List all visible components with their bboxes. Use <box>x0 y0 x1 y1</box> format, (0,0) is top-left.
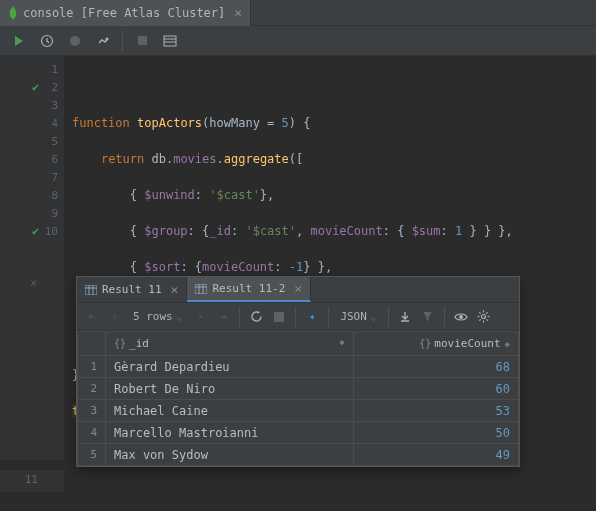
svg-rect-4 <box>164 36 176 46</box>
svg-line-23 <box>486 319 487 320</box>
code-line: { $sort: {movieCount: -1} }, <box>72 258 588 276</box>
mongodb-icon <box>8 6 18 20</box>
run-button[interactable] <box>6 29 32 53</box>
next-page-button[interactable]: › <box>189 306 211 328</box>
row-count-selector[interactable]: 5 rows⌄ <box>127 310 188 323</box>
table-row[interactable]: 3Michael Caine53 <box>78 400 519 422</box>
add-row-button[interactable]: ✦ <box>301 306 323 328</box>
result-tab-label: Result 11 <box>102 283 162 296</box>
svg-point-17 <box>482 315 486 319</box>
table-row[interactable]: 5Max von Sydow49 <box>78 444 519 466</box>
results-table: {}_id◆ {}movieCount◆ 1Gèrard Depardieu68… <box>77 331 519 466</box>
close-icon[interactable]: × <box>30 276 37 290</box>
table-row[interactable]: 2Robert De Niro60 <box>78 378 519 400</box>
table-row[interactable]: 1Gèrard Depardieu68 <box>78 356 519 378</box>
line-number: 3 <box>0 96 58 114</box>
gutter: 1 ✔2 3 4 5 6 7 8 9 ✔10 <box>0 56 64 460</box>
line-number: 9 <box>0 204 58 222</box>
separator <box>444 307 445 327</box>
svg-point-16 <box>459 315 463 319</box>
row-num-header[interactable] <box>78 332 106 356</box>
stop-button[interactable] <box>268 306 290 328</box>
result-tab[interactable]: Result 11 × <box>77 277 187 302</box>
first-page-button[interactable]: ⇤ <box>81 306 103 328</box>
code-line: { $group: {_id: '$cast', movieCount: { $… <box>72 222 588 240</box>
separator <box>388 307 389 327</box>
svg-rect-15 <box>274 312 284 322</box>
line-number: 8 <box>0 186 58 204</box>
code-line: function topActors(howMany = 5) { <box>72 114 588 132</box>
refresh-button[interactable] <box>245 306 267 328</box>
export-button[interactable] <box>394 306 416 328</box>
column-header-id[interactable]: {}_id◆ <box>106 332 354 356</box>
line-number: 4 <box>0 114 58 132</box>
line-number: 11 <box>0 470 64 488</box>
editor-tab-bar: console [Free Atlas Cluster] × <box>0 0 596 26</box>
stop-button[interactable] <box>129 29 155 53</box>
svg-rect-3 <box>138 36 147 45</box>
settings-button[interactable] <box>473 306 495 328</box>
separator <box>122 31 123 51</box>
column-header-count[interactable]: {}movieCount◆ <box>353 332 518 356</box>
svg-rect-7 <box>85 285 97 295</box>
svg-point-1 <box>70 36 80 46</box>
last-page-button[interactable]: ⇥ <box>212 306 234 328</box>
svg-rect-11 <box>195 284 207 294</box>
line-number: 1 <box>0 60 58 78</box>
result-tab-label: Result 11-2 <box>212 282 285 295</box>
close-icon[interactable]: × <box>171 282 179 297</box>
svg-line-24 <box>479 319 480 320</box>
separator <box>328 307 329 327</box>
svg-point-2 <box>106 37 109 40</box>
line-number: 7 <box>0 168 58 186</box>
separator <box>239 307 240 327</box>
line-number: 6 <box>0 150 58 168</box>
svg-line-25 <box>486 312 487 313</box>
results-body: 1Gèrard Depardieu68 2Robert De Niro60 3M… <box>78 356 519 466</box>
check-icon: ✔ <box>32 224 39 238</box>
results-panel: Result 11 × Result 11-2 × ⇤ ‹ 5 rows⌄ › … <box>76 276 520 467</box>
svg-line-22 <box>479 312 480 313</box>
results-toolbar: ⇤ ‹ 5 rows⌄ › ⇥ ✦ JSON⌄ <box>77 303 519 331</box>
line-number: ✔2 <box>0 78 58 96</box>
history-button[interactable] <box>34 29 60 53</box>
settings-button[interactable] <box>90 29 116 53</box>
gutter: 11 <box>0 470 64 492</box>
check-icon: ✔ <box>32 80 39 94</box>
line-number: ✔10 <box>0 222 58 240</box>
result-tab[interactable]: Result 11-2 × <box>187 277 311 302</box>
line-number: 5 <box>0 132 58 150</box>
preview-button[interactable] <box>450 306 472 328</box>
code-line <box>72 78 588 96</box>
code-line: return db.movies.aggregate([ <box>72 150 588 168</box>
close-icon[interactable]: × <box>234 5 242 20</box>
editor-toolbar <box>0 26 596 56</box>
close-icon[interactable]: × <box>294 281 302 296</box>
separator <box>295 307 296 327</box>
editor-tab[interactable]: console [Free Atlas Cluster] × <box>0 0 251 26</box>
table-row[interactable]: 4Marcello Mastroianni50 <box>78 422 519 444</box>
tab-title: console [Free Atlas Cluster] <box>23 6 225 20</box>
explain-button[interactable] <box>62 29 88 53</box>
table-icon <box>85 285 97 295</box>
code-line: { $unwind: '$cast'}, <box>72 186 588 204</box>
filter-button[interactable] <box>417 306 439 328</box>
table-icon <box>195 284 207 294</box>
view-button[interactable] <box>157 29 183 53</box>
results-tabs: Result 11 × Result 11-2 × <box>77 277 519 303</box>
prev-page-button[interactable]: ‹ <box>104 306 126 328</box>
view-mode-selector[interactable]: JSON⌄ <box>334 310 382 323</box>
